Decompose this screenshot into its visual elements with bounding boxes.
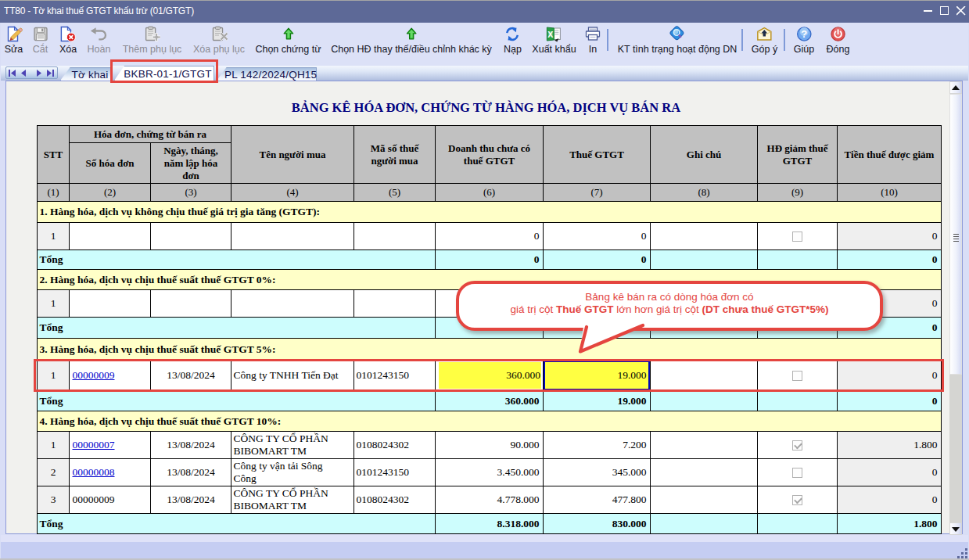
svg-text:?: ? [801, 28, 807, 40]
svg-text:X: X [547, 30, 553, 39]
